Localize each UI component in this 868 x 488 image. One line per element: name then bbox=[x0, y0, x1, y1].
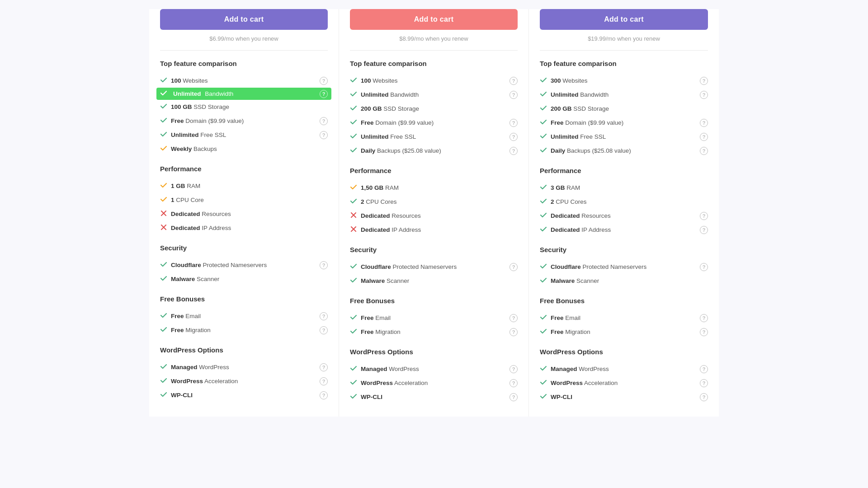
feature-text: 300 Websites bbox=[551, 77, 588, 84]
section-title-3-4: Free Bonuses bbox=[540, 297, 708, 305]
list-item: Cloudflare Protected Nameservers? bbox=[540, 260, 708, 274]
feature-bold: Malware bbox=[171, 276, 195, 282]
info-icon[interactable]: ? bbox=[700, 328, 708, 336]
feature-text: Free Migration bbox=[171, 327, 211, 333]
check-icon bbox=[540, 328, 547, 336]
feature-text: Free Migration bbox=[551, 328, 590, 335]
info-icon[interactable]: ? bbox=[509, 133, 518, 141]
info-icon[interactable]: ? bbox=[320, 391, 328, 399]
list-item: Free Email? bbox=[540, 311, 708, 325]
info-icon[interactable]: ? bbox=[509, 314, 518, 322]
list-item: Unlimited Free SSL? bbox=[540, 130, 708, 144]
feature-list-1-3: Cloudflare Protected Nameservers?Malware… bbox=[160, 258, 328, 286]
list-item: Free Email? bbox=[350, 311, 518, 325]
feature-left: 2 CPU Cores bbox=[540, 197, 587, 206]
info-icon[interactable]: ? bbox=[700, 314, 708, 322]
info-icon[interactable]: ? bbox=[700, 379, 708, 387]
feature-list-1-2: 1 GB RAM1 CPU CoreDedicated ResourcesDed… bbox=[160, 179, 328, 235]
feature-list-2-2: 1,50 GB RAM2 CPU CoresDedicated Resource… bbox=[350, 181, 518, 237]
check-icon bbox=[160, 261, 167, 269]
feature-bold: 2 bbox=[361, 198, 364, 205]
info-icon[interactable]: ? bbox=[509, 147, 518, 155]
info-icon[interactable]: ? bbox=[320, 131, 328, 139]
info-icon[interactable]: ? bbox=[320, 117, 328, 125]
feature-bold: Free bbox=[551, 328, 564, 335]
feature-left: Free Migration bbox=[350, 328, 401, 336]
check-icon bbox=[540, 225, 547, 234]
feature-bold: 100 bbox=[361, 77, 371, 84]
info-icon[interactable]: ? bbox=[509, 91, 518, 99]
feature-text: WordPress Acceleration bbox=[551, 380, 618, 386]
check-icon bbox=[540, 146, 547, 155]
info-icon[interactable]: ? bbox=[509, 393, 518, 401]
feature-bold: 200 GB bbox=[551, 105, 572, 112]
info-icon[interactable]: ? bbox=[509, 77, 518, 85]
list-item: Free Email? bbox=[160, 309, 328, 323]
add-to-cart-button-3[interactable]: Add to cart bbox=[540, 9, 708, 30]
list-item: Cloudflare Protected Nameservers? bbox=[160, 258, 328, 272]
info-icon[interactable]: ? bbox=[700, 119, 708, 127]
info-icon[interactable]: ? bbox=[509, 365, 518, 373]
check-icon bbox=[160, 89, 167, 98]
check-icon bbox=[540, 263, 547, 271]
info-icon[interactable]: ? bbox=[509, 119, 518, 127]
info-icon[interactable]: ? bbox=[320, 377, 328, 385]
check-icon bbox=[350, 277, 357, 285]
add-to-cart-button-2[interactable]: Add to cart bbox=[350, 9, 518, 30]
section-title-2-1: Top feature comparison bbox=[350, 60, 518, 67]
feature-list-1-4: Free Email?Free Migration? bbox=[160, 309, 328, 337]
feature-text: Managed WordPress bbox=[171, 364, 229, 371]
section-title-2-2: Performance bbox=[350, 167, 518, 174]
check-icon bbox=[350, 76, 357, 85]
check-icon bbox=[540, 76, 547, 85]
info-icon[interactable]: ? bbox=[700, 212, 708, 220]
info-icon[interactable]: ? bbox=[700, 77, 708, 85]
list-item: Free Domain ($9.99 value)? bbox=[540, 116, 708, 130]
add-to-cart-button-1[interactable]: Add to cart bbox=[160, 9, 328, 30]
info-icon[interactable]: ? bbox=[700, 133, 708, 141]
info-icon[interactable]: ? bbox=[320, 90, 328, 98]
section-title-2-5: WordPress Options bbox=[350, 348, 518, 356]
info-icon[interactable]: ? bbox=[509, 328, 518, 336]
feature-left: Free Migration bbox=[160, 326, 211, 334]
list-item: Malware Scanner bbox=[160, 272, 328, 286]
renew-price-2: $8.99/mo when you renew bbox=[350, 35, 518, 42]
feature-bold: Weekly bbox=[171, 145, 192, 152]
info-icon[interactable]: ? bbox=[320, 312, 328, 320]
feature-text: 200 GB SSD Storage bbox=[551, 105, 609, 112]
list-item: 200 GB SSD Storage bbox=[350, 102, 518, 116]
info-icon[interactable]: ? bbox=[700, 226, 708, 234]
feature-bold: Unlimited bbox=[551, 133, 579, 140]
info-icon[interactable]: ? bbox=[320, 363, 328, 371]
feature-bold: 300 bbox=[551, 77, 561, 84]
info-icon[interactable]: ? bbox=[700, 147, 708, 155]
info-icon[interactable]: ? bbox=[320, 326, 328, 334]
list-item: Dedicated IP Address? bbox=[540, 223, 708, 237]
feature-text: Daily Backups ($25.08 value) bbox=[551, 147, 631, 154]
feature-text: Malware Scanner bbox=[551, 277, 599, 284]
feature-bold: Cloudflare bbox=[551, 263, 581, 270]
feature-bold: Free bbox=[171, 313, 184, 319]
feature-left: Malware Scanner bbox=[540, 277, 599, 285]
info-icon[interactable]: ? bbox=[700, 91, 708, 99]
info-icon[interactable]: ? bbox=[700, 393, 708, 401]
feature-bold: Unlimited bbox=[551, 91, 579, 98]
cross-icon bbox=[160, 210, 167, 218]
info-icon[interactable]: ? bbox=[700, 365, 708, 373]
info-icon[interactable]: ? bbox=[320, 77, 328, 85]
check-icon bbox=[350, 263, 357, 271]
feature-text: WP-CLI bbox=[171, 392, 193, 399]
list-item: 2 CPU Cores bbox=[540, 195, 708, 209]
feature-bold: WP-CLI bbox=[171, 392, 193, 399]
feature-bold: Dedicated bbox=[361, 212, 390, 219]
info-icon[interactable]: ? bbox=[509, 263, 518, 271]
check-icon bbox=[540, 197, 547, 206]
feature-left: WP-CLI bbox=[350, 393, 382, 401]
info-icon[interactable]: ? bbox=[509, 379, 518, 387]
section-title-1-5: WordPress Options bbox=[160, 346, 328, 354]
info-icon[interactable]: ? bbox=[700, 263, 708, 271]
info-icon[interactable]: ? bbox=[320, 261, 328, 269]
check-icon bbox=[350, 146, 357, 155]
list-item: 100 Websites? bbox=[160, 74, 328, 88]
list-item: WP-CLI? bbox=[160, 388, 328, 402]
